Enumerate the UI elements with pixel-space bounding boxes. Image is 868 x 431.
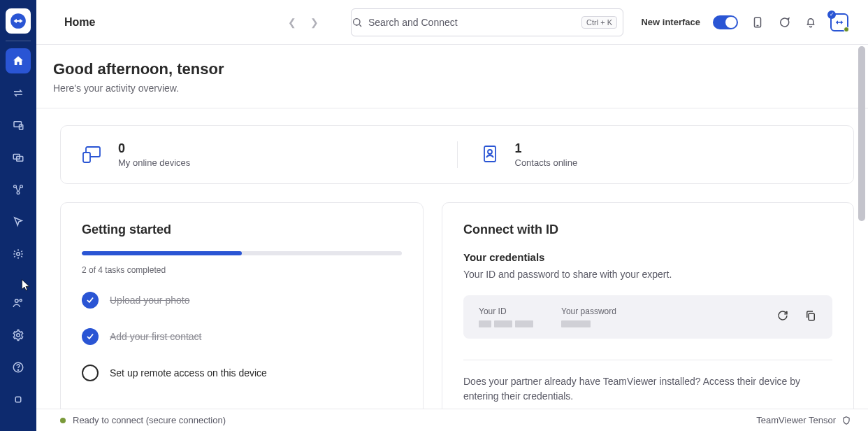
- svg-point-7: [17, 192, 20, 195]
- contacts-icon: [479, 143, 502, 167]
- nav-arrows: ❮ ❯: [288, 17, 319, 28]
- shield-check-icon: ✓: [827, 10, 836, 19]
- online-dot-icon: [844, 27, 849, 32]
- progress-fill: [82, 251, 242, 255]
- swap-icon: [12, 87, 24, 99]
- search-placeholder: Search and Connect: [368, 17, 458, 28]
- getting-started-title: Getting started: [82, 222, 402, 237]
- devices-icon: [82, 143, 106, 167]
- svg-point-11: [17, 334, 20, 337]
- search-icon: [352, 17, 363, 28]
- tasks-counter: 2 of 4 tasks completed: [82, 265, 402, 275]
- svg-rect-18: [83, 153, 90, 162]
- new-interface-label: New interface: [641, 17, 700, 27]
- your-password-label: Your password: [561, 306, 616, 316]
- svg-point-13: [17, 369, 18, 370]
- copy-button[interactable]: [804, 309, 817, 325]
- task-add-contact[interactable]: Add your first contact: [82, 328, 402, 345]
- svg-point-8: [17, 253, 20, 256]
- topbar: Home ❮ ❯ Search and Connect Ctrl + K New…: [36, 0, 868, 45]
- home-icon: [12, 55, 24, 67]
- sidebar-item-ticket[interactable]: [6, 209, 31, 234]
- contacts-label: Contacts online: [515, 157, 578, 168]
- your-id-field: Your ID: [479, 306, 533, 327]
- sidebar-item-help[interactable]: [6, 355, 31, 380]
- statusbar: Ready to connect (secure connection) Tea…: [36, 409, 868, 431]
- sidebar-item-more[interactable]: [6, 387, 31, 412]
- sidebar-item-users[interactable]: [6, 290, 31, 316]
- stat-devices[interactable]: 0 My online devices: [61, 141, 457, 168]
- sidebar-item-assist[interactable]: [6, 241, 31, 267]
- refresh-button[interactable]: [776, 309, 789, 325]
- svg-point-15: [354, 18, 360, 24]
- svg-rect-14: [15, 397, 21, 402]
- page-title: Home: [64, 16, 95, 29]
- app-logo: [6, 8, 31, 34]
- bell-icon: [804, 16, 817, 29]
- sidebar-item-workflow[interactable]: [6, 177, 31, 202]
- bell-icon-button[interactable]: [804, 15, 818, 29]
- sidebar-item-devices[interactable]: [6, 113, 31, 138]
- connect-panel: Connect with ID Your credentials Your ID…: [442, 202, 854, 409]
- search-shortcut: Ctrl + K: [581, 16, 617, 29]
- ticket-icon: [12, 216, 24, 228]
- contacts-count: 1: [515, 141, 578, 156]
- sidebar-item-settings[interactable]: [6, 323, 31, 348]
- workflow-icon: [12, 183, 24, 196]
- sidebar-item-sessions[interactable]: [6, 80, 31, 106]
- sidebar: [0, 0, 36, 431]
- credentials-subtitle: Your credentials: [463, 251, 832, 263]
- svg-point-9: [15, 299, 19, 303]
- chat-icon-button[interactable]: [777, 15, 791, 29]
- device-icon-button[interactable]: [751, 15, 765, 29]
- your-password-value: [561, 320, 616, 327]
- statusbar-right: TeamViewer Tensor: [756, 415, 851, 425]
- credentials-box: Your ID Your password: [463, 295, 832, 339]
- devices-count: 0: [118, 141, 190, 156]
- stat-contacts[interactable]: 1 Contacts online: [457, 141, 854, 168]
- nav-back-icon[interactable]: ❮: [288, 17, 296, 28]
- task-label: Set up remote access on this device: [110, 367, 267, 379]
- copy-icon: [804, 309, 817, 322]
- progress-bar: [82, 251, 402, 255]
- sidebar-divider: [6, 41, 31, 41]
- task-label: Upload your photo: [110, 295, 189, 306]
- task-remote-access[interactable]: Set up remote access on this device: [82, 365, 402, 381]
- search-input[interactable]: Search and Connect Ctrl + K: [351, 8, 623, 36]
- status-text: Ready to connect (secure connection): [73, 415, 226, 425]
- shield-icon: [841, 416, 851, 425]
- nav-forward-icon[interactable]: ❯: [310, 17, 319, 28]
- monitor-icon: [12, 119, 24, 132]
- devices-label: My online devices: [118, 157, 190, 168]
- gear-outline-icon: [12, 248, 24, 260]
- connect-title: Connect with ID: [463, 222, 832, 237]
- overview-subtitle: Here's your activity overview.: [53, 83, 868, 94]
- tablet-icon: [751, 16, 764, 29]
- credential-actions: [776, 309, 817, 325]
- svg-point-10: [20, 299, 22, 302]
- logo-small-icon: [834, 17, 845, 28]
- task-upload-photo[interactable]: Upload your photo: [82, 292, 402, 309]
- connection-status-badge[interactable]: ✓: [830, 13, 848, 31]
- status-dot-icon: [60, 418, 66, 423]
- cube-icon: [12, 393, 24, 406]
- sidebar-item-remote-mgmt[interactable]: [6, 145, 31, 170]
- chat-icon: [778, 16, 790, 29]
- partner-text: Does your partner already have TeamViewe…: [463, 374, 832, 404]
- divider: [463, 360, 832, 360]
- scrollbar-thumb[interactable]: [858, 46, 865, 221]
- stats-card: 0 My online devices 1 Contacts online: [60, 125, 854, 184]
- topbar-right: New interface ✓: [641, 13, 848, 31]
- greeting-text: Good afternoon, tensor: [53, 60, 868, 78]
- svg-point-20: [488, 150, 492, 154]
- new-interface-toggle[interactable]: [713, 15, 738, 29]
- screens-icon: [12, 151, 24, 164]
- your-id-label: Your ID: [479, 306, 533, 316]
- sidebar-item-home[interactable]: [6, 48, 31, 73]
- getting-started-panel: Getting started 2 of 4 tasks completed U…: [60, 202, 424, 409]
- your-password-field: Your password: [561, 306, 616, 327]
- gear-icon: [12, 329, 24, 341]
- users-icon: [12, 297, 24, 309]
- check-icon: [82, 328, 99, 345]
- product-name: TeamViewer Tensor: [756, 415, 836, 425]
